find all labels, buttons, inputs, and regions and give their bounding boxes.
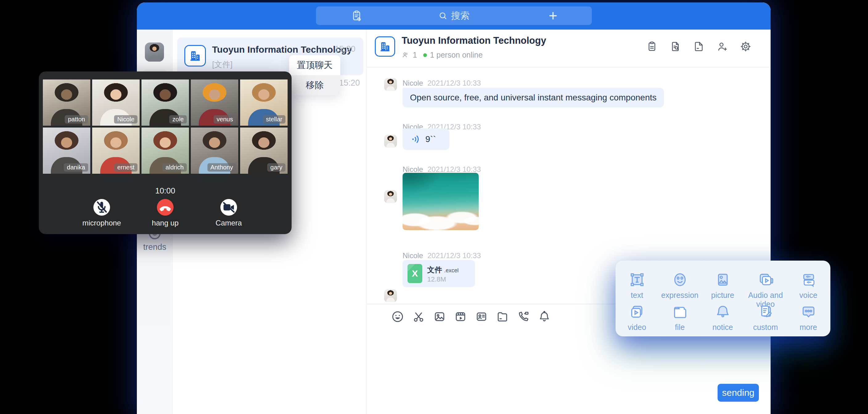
chat-header: Tuoyun Information Technology 1 1 person… bbox=[367, 30, 771, 67]
participant-tile[interactable]: ernest bbox=[92, 128, 140, 174]
call-record-icon[interactable] bbox=[646, 41, 658, 52]
members-icon bbox=[402, 51, 410, 59]
hang-up-icon[interactable] bbox=[157, 199, 174, 216]
popup-item-label: more bbox=[787, 323, 830, 332]
conversation-time: 15:20 bbox=[335, 44, 355, 54]
sender-name: Nicole bbox=[403, 79, 423, 87]
voice-wave-icon bbox=[410, 134, 421, 145]
text-message-bubble[interactable]: Open source, free, and universal instant… bbox=[403, 88, 664, 107]
participant-tile[interactable]: stellar bbox=[240, 79, 287, 126]
file-size: 12.8M bbox=[427, 276, 446, 283]
notification-bell-icon[interactable] bbox=[537, 310, 551, 323]
sender-avatar[interactable] bbox=[384, 289, 397, 302]
message-time: 2021/12/3 10:33 bbox=[428, 79, 481, 87]
hang-up-label: hang up bbox=[144, 219, 187, 227]
participant-tile[interactable]: aldrich bbox=[142, 128, 189, 174]
popup-item-label: expression bbox=[658, 291, 701, 300]
conversation-last-message: [文件] bbox=[212, 59, 232, 70]
message-type-popup: text expression picture Audio and video … bbox=[616, 261, 830, 337]
chat-title: Tuoyun Information Technology bbox=[402, 35, 546, 46]
popup-item-label: file bbox=[658, 323, 701, 332]
search-messages-icon[interactable] bbox=[670, 41, 681, 52]
participant-grid: patton Nicole zole venus stellar danika … bbox=[43, 79, 287, 174]
online-dot bbox=[423, 53, 427, 57]
screen: { "topbar": { "search_label": "搜索", "plu… bbox=[0, 0, 868, 414]
emoji-icon[interactable] bbox=[391, 310, 404, 323]
participant-tile[interactable]: gary bbox=[240, 128, 287, 174]
call-records-icon[interactable] bbox=[350, 9, 363, 23]
notice-bell-icon bbox=[714, 303, 732, 320]
participant-name: ernest bbox=[114, 163, 137, 171]
popup-item-notice[interactable]: notice bbox=[701, 303, 744, 332]
search-bar[interactable]: 搜索 + bbox=[316, 6, 592, 25]
participant-name: patton bbox=[65, 115, 88, 124]
expression-icon bbox=[671, 271, 689, 288]
participant-name: venus bbox=[214, 115, 236, 124]
voice-message-bubble[interactable]: 9`` bbox=[403, 128, 450, 150]
contact-card-icon[interactable] bbox=[475, 310, 488, 323]
chat-header-actions bbox=[646, 41, 751, 52]
participant-tile[interactable]: venus bbox=[191, 79, 238, 126]
composer-toolbar bbox=[391, 310, 551, 323]
add-member-icon[interactable] bbox=[716, 41, 728, 52]
audio-video-icon bbox=[757, 271, 774, 288]
add-button[interactable]: + bbox=[549, 8, 557, 23]
menu-item-pin[interactable]: 置顶聊天 bbox=[289, 55, 340, 75]
search-icon bbox=[438, 11, 447, 20]
excel-file-icon: X bbox=[407, 264, 422, 283]
participant-tile[interactable]: Nicole bbox=[92, 79, 140, 126]
popup-item-label: video bbox=[616, 323, 658, 332]
menu-item-remove[interactable]: 移除 bbox=[289, 75, 340, 95]
video-clapper-icon[interactable] bbox=[454, 310, 467, 323]
participant-name: aldrich bbox=[162, 163, 187, 171]
voice-duration: 9`` bbox=[425, 134, 436, 144]
microphone-label: microphone bbox=[80, 219, 123, 227]
participant-name: stellar bbox=[263, 115, 285, 124]
image-icon[interactable] bbox=[433, 310, 446, 323]
my-avatar[interactable] bbox=[145, 42, 164, 62]
file-message-card[interactable]: X 文件 .excel 12.8M bbox=[403, 260, 475, 287]
participant-name: Nicole bbox=[114, 115, 137, 124]
image-message-beach[interactable] bbox=[403, 173, 479, 230]
participant-tile[interactable]: danika bbox=[43, 128, 90, 174]
message-meta: Nicole2021/12/3 10:33 bbox=[403, 165, 481, 174]
sender-name: Nicole bbox=[403, 251, 423, 260]
files-icon[interactable] bbox=[693, 41, 705, 52]
popup-item-file[interactable]: file bbox=[658, 303, 701, 332]
participant-tile[interactable]: patton bbox=[43, 79, 90, 126]
popup-item-label: text bbox=[616, 291, 658, 300]
more-icon bbox=[800, 303, 817, 320]
trends-label: trends bbox=[137, 243, 173, 252]
top-bar: 搜索 + bbox=[137, 2, 771, 30]
sender-avatar[interactable] bbox=[384, 135, 397, 148]
custom-icon bbox=[757, 303, 774, 320]
send-button[interactable]: sending bbox=[718, 384, 759, 402]
hang-up-button[interactable]: hang up bbox=[144, 199, 187, 227]
folder-icon[interactable] bbox=[496, 310, 509, 323]
participant-name: gary bbox=[267, 163, 285, 171]
participant-tile[interactable]: zole bbox=[142, 79, 189, 126]
conversation-context-menu: 置顶聊天 移除 bbox=[289, 55, 340, 95]
camera-label: Camera bbox=[207, 219, 250, 227]
mic-off-icon[interactable] bbox=[93, 199, 110, 216]
call-controls: microphone hang up Camera bbox=[39, 199, 291, 227]
group-avatar[interactable] bbox=[375, 36, 395, 57]
camera-button[interactable]: Camera bbox=[207, 199, 250, 227]
microphone-button[interactable]: microphone bbox=[80, 199, 123, 227]
participant-name: Anthony bbox=[208, 163, 236, 171]
participant-tile[interactable]: Anthony bbox=[191, 128, 238, 174]
participant-name: zole bbox=[169, 115, 187, 124]
message-meta: Nicole2021/12/3 10:33 bbox=[403, 79, 481, 88]
popup-item-more[interactable]: more bbox=[787, 303, 830, 332]
screenshot-scissors-icon[interactable] bbox=[412, 310, 425, 323]
sender-avatar[interactable] bbox=[384, 190, 397, 203]
popup-item-video[interactable]: video bbox=[616, 303, 658, 332]
message-meta: Nicole2021/12/3 10:33 bbox=[403, 251, 481, 260]
camera-off-icon[interactable] bbox=[220, 199, 237, 216]
popup-item-label: picture bbox=[701, 291, 744, 300]
video-call-icon[interactable] bbox=[517, 310, 530, 323]
settings-gear-icon[interactable] bbox=[740, 41, 751, 52]
voice-icon bbox=[800, 271, 817, 288]
popup-item-custom[interactable]: custom bbox=[744, 303, 787, 332]
sender-avatar[interactable] bbox=[384, 78, 397, 91]
